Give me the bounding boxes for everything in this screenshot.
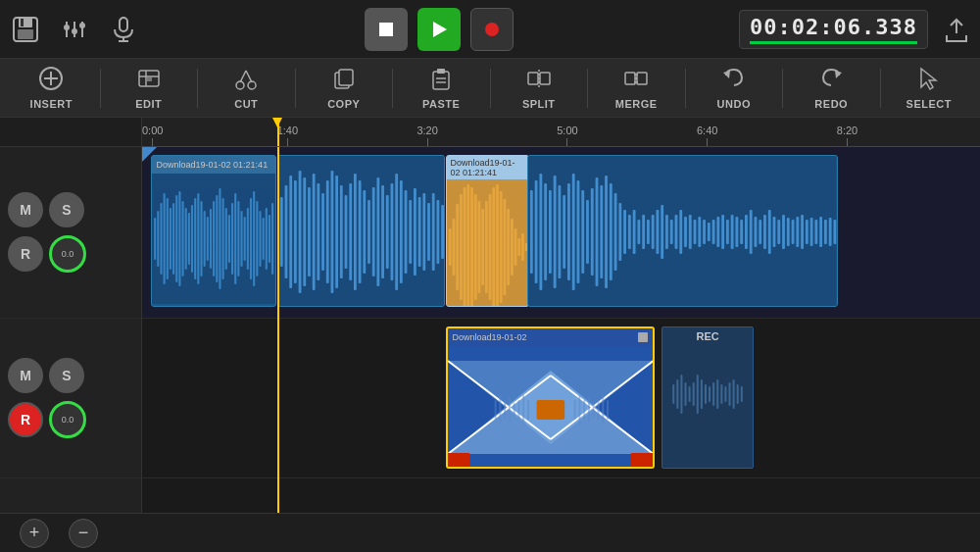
merge-tool[interactable]: MERGE [590,61,683,115]
svg-rect-59 [197,193,199,284]
ruler-mark-2: 3:20 [416,125,437,146]
insert-label: INSERT [30,98,73,110]
track1-volume-knob[interactable]: 0.0 [49,235,86,273]
svg-rect-134 [492,187,495,307]
svg-rect-108 [385,195,388,269]
svg-marker-43 [921,69,936,89]
track2-record-button[interactable]: R [8,402,43,437]
track1-clip1[interactable]: Download19-01-02 01:21:41 [151,155,276,307]
svg-point-23 [236,81,244,89]
play-button[interactable] [417,8,461,51]
svg-rect-233 [602,395,604,425]
export-icon[interactable] [943,16,970,43]
svg-rect-28 [339,70,353,85]
svg-rect-232 [597,400,599,420]
stop-button[interactable] [365,8,408,51]
copy-tool[interactable]: COPY [298,61,391,115]
track2-volume-knob[interactable]: 0.0 [49,401,86,438]
track1-clip1b-right[interactable] [527,155,837,307]
svg-rect-205 [810,218,813,246]
svg-rect-114 [414,188,416,276]
svg-rect-182 [703,220,706,244]
svg-rect-235 [662,345,753,443]
svg-rect-180 [694,220,697,244]
svg-rect-137 [503,199,506,295]
clip1-main-waveform [278,156,444,307]
split-tool[interactable]: SPLIT [493,61,586,115]
track2-row[interactable]: Download19-01-02 [142,319,980,478]
redo-tool[interactable]: REDO [785,61,878,115]
svg-rect-141 [517,238,520,256]
record-button[interactable] [470,8,514,51]
track1-clip1b[interactable]: Download19-01-02 01:21:41 [446,155,530,307]
svg-rect-116 [422,193,425,271]
rec-waveform [662,345,753,443]
svg-rect-146 [535,180,538,283]
save-icon[interactable] [10,14,41,45]
svg-rect-96 [330,171,333,293]
svg-rect-112 [404,190,407,274]
edit-tool[interactable]: EDIT [103,61,196,115]
undo-tool[interactable]: UNDO [688,61,781,115]
svg-rect-221 [504,400,506,420]
playhead-ruler-marker [272,118,282,127]
track2-clip1-label: Download19-01-02 [453,332,527,342]
svg-rect-111 [400,180,403,283]
svg-rect-119 [436,200,439,264]
svg-rect-127 [466,184,469,307]
svg-rect-243 [701,379,703,409]
track1-record-button[interactable]: R [8,236,43,272]
track2-clip1-selected[interactable]: Download19-01-02 [446,326,656,469]
track2-rec-block[interactable]: REC [662,326,754,469]
track2-solo-button[interactable]: S [49,358,84,393]
paste-label: PASTE [422,98,460,110]
svg-rect-72 [237,201,239,276]
track2-mute-button[interactable]: M [8,358,43,393]
insert-tool[interactable]: INSERT [5,61,98,115]
svg-rect-158 [591,188,594,276]
svg-rect-122 [448,228,451,266]
track1-row[interactable]: Download19-01-02 01:21:41 [142,147,980,319]
svg-line-25 [240,71,246,82]
svg-rect-101 [354,174,357,290]
select-tool[interactable]: SELECT [883,61,976,115]
svg-rect-179 [689,215,692,249]
add-track-button[interactable]: + [20,519,49,548]
svg-rect-88 [294,180,297,283]
svg-rect-100 [349,183,352,280]
timeline-ruler[interactable]: 0:00 1:40 3:20 5:00 6:40 8:20 [142,118,980,147]
svg-rect-63 [209,209,211,269]
svg-rect-189 [736,217,739,247]
track1-clip1-main[interactable] [277,155,445,307]
clip1b-header: Download19-01-02 01:21:41 [447,156,529,179]
svg-rect-193 [755,217,758,247]
svg-rect-220 [499,395,501,425]
clip-handle[interactable] [638,332,648,342]
svg-rect-227 [573,400,575,420]
svg-rect-50 [169,208,171,270]
paste-tool[interactable]: PASTE [395,61,488,115]
svg-rect-253 [741,386,743,402]
svg-rect-98 [340,185,343,278]
svg-rect-246 [712,382,714,406]
timecode-progress-bar [750,41,917,44]
svg-rect-228 [578,395,580,425]
svg-rect-106 [376,177,379,286]
select-label: SELECT [906,98,952,110]
transport-controls [365,8,514,51]
svg-rect-13 [379,23,393,36]
split-label: SPLIT [522,98,556,110]
track1-mute-button[interactable]: M [8,192,43,227]
top-bar-left [10,14,139,45]
svg-rect-209 [829,218,832,246]
cut-tool[interactable]: CUT [200,61,293,115]
remove-track-button[interactable]: − [69,519,98,548]
track1-solo-button[interactable]: S [49,192,84,227]
track2-clip1-visual [448,346,654,469]
svg-rect-89 [298,171,301,293]
mixer-icon[interactable] [59,14,90,45]
svg-rect-130 [477,201,480,293]
svg-rect-133 [488,194,491,300]
svg-rect-29 [433,72,449,89]
microphone-icon[interactable] [108,14,139,45]
